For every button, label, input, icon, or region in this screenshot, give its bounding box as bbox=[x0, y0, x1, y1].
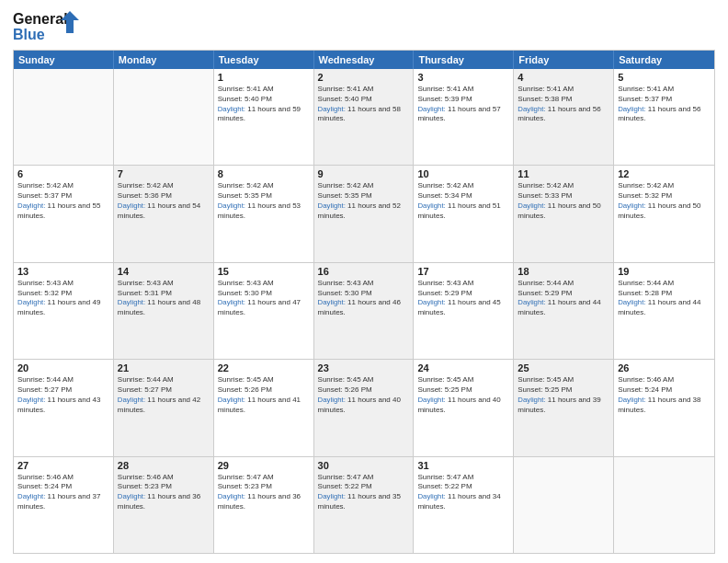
cell-info: Sunrise: 5:43 AMSunset: 5:29 PMDaylight:… bbox=[417, 279, 509, 318]
day-number: 28 bbox=[118, 460, 210, 471]
cell-info: Sunrise: 5:46 AMSunset: 5:24 PMDaylight:… bbox=[17, 473, 109, 512]
day-number: 29 bbox=[218, 460, 310, 471]
calendar-row: 1Sunrise: 5:41 AMSunset: 5:40 PMDaylight… bbox=[14, 69, 714, 165]
logo: GeneralBlue bbox=[13, 9, 86, 44]
weekday-header: Saturday bbox=[614, 51, 714, 69]
cell-info: Sunrise: 5:41 AMSunset: 5:40 PMDaylight:… bbox=[218, 85, 310, 124]
day-number: 8 bbox=[218, 168, 310, 179]
weekday-header: Sunday bbox=[14, 51, 114, 69]
cell-info: Sunrise: 5:45 AMSunset: 5:25 PMDaylight:… bbox=[417, 375, 509, 415]
cell-info: Sunrise: 5:42 AMSunset: 5:32 PMDaylight:… bbox=[618, 181, 711, 221]
logo-svg: GeneralBlue bbox=[13, 9, 86, 44]
day-number: 4 bbox=[518, 72, 609, 83]
cell-info: Sunrise: 5:43 AMSunset: 5:30 PMDaylight:… bbox=[318, 279, 410, 318]
calendar-cell: 22Sunrise: 5:45 AMSunset: 5:26 PMDayligh… bbox=[214, 360, 314, 455]
calendar-cell bbox=[614, 457, 714, 553]
calendar-cell: 21Sunrise: 5:44 AMSunset: 5:27 PMDayligh… bbox=[114, 360, 214, 455]
cell-info: Sunrise: 5:41 AMSunset: 5:38 PMDaylight:… bbox=[518, 85, 609, 124]
calendar: SundayMondayTuesdayWednesdayThursdayFrid… bbox=[13, 50, 715, 554]
svg-text:General: General bbox=[13, 11, 68, 27]
day-number: 10 bbox=[417, 168, 509, 179]
calendar-cell: 12Sunrise: 5:42 AMSunset: 5:32 PMDayligh… bbox=[614, 166, 714, 261]
day-number: 1 bbox=[218, 72, 310, 83]
day-number: 12 bbox=[618, 168, 711, 179]
cell-info: Sunrise: 5:47 AMSunset: 5:23 PMDaylight:… bbox=[218, 473, 310, 512]
cell-info: Sunrise: 5:41 AMSunset: 5:40 PMDaylight:… bbox=[318, 85, 410, 124]
cell-info: Sunrise: 5:44 AMSunset: 5:28 PMDaylight:… bbox=[618, 279, 711, 318]
cell-info: Sunrise: 5:47 AMSunset: 5:22 PMDaylight:… bbox=[417, 473, 509, 512]
calendar-cell: 31Sunrise: 5:47 AMSunset: 5:22 PMDayligh… bbox=[414, 457, 514, 553]
calendar-body: 1Sunrise: 5:41 AMSunset: 5:40 PMDaylight… bbox=[14, 69, 714, 553]
cell-info: Sunrise: 5:46 AMSunset: 5:24 PMDaylight:… bbox=[618, 375, 711, 415]
day-number: 24 bbox=[417, 362, 509, 373]
day-number: 6 bbox=[17, 168, 109, 179]
cell-info: Sunrise: 5:41 AMSunset: 5:37 PMDaylight:… bbox=[618, 85, 711, 124]
weekday-header: Tuesday bbox=[214, 51, 314, 69]
cell-info: Sunrise: 5:42 AMSunset: 5:34 PMDaylight:… bbox=[417, 181, 509, 221]
day-number: 16 bbox=[318, 266, 410, 277]
calendar-cell: 14Sunrise: 5:43 AMSunset: 5:31 PMDayligh… bbox=[114, 263, 214, 359]
weekday-header: Monday bbox=[114, 51, 214, 69]
cell-info: Sunrise: 5:43 AMSunset: 5:32 PMDaylight:… bbox=[17, 279, 109, 318]
calendar-cell: 6Sunrise: 5:42 AMSunset: 5:37 PMDaylight… bbox=[14, 166, 114, 261]
calendar-cell: 4Sunrise: 5:41 AMSunset: 5:38 PMDaylight… bbox=[514, 69, 614, 165]
cell-info: Sunrise: 5:45 AMSunset: 5:25 PMDaylight:… bbox=[518, 375, 609, 415]
calendar-cell: 28Sunrise: 5:46 AMSunset: 5:23 PMDayligh… bbox=[114, 457, 214, 553]
cell-info: Sunrise: 5:44 AMSunset: 5:27 PMDaylight:… bbox=[118, 375, 210, 415]
day-number: 19 bbox=[618, 266, 711, 277]
day-number: 22 bbox=[218, 362, 310, 373]
cell-info: Sunrise: 5:46 AMSunset: 5:23 PMDaylight:… bbox=[118, 473, 210, 512]
day-number: 9 bbox=[318, 168, 410, 179]
calendar-cell: 30Sunrise: 5:47 AMSunset: 5:22 PMDayligh… bbox=[314, 457, 415, 553]
day-number: 18 bbox=[518, 266, 609, 277]
svg-text:Blue: Blue bbox=[13, 27, 45, 42]
calendar-cell: 18Sunrise: 5:44 AMSunset: 5:29 PMDayligh… bbox=[514, 263, 614, 359]
cell-info: Sunrise: 5:43 AMSunset: 5:30 PMDaylight:… bbox=[218, 279, 310, 318]
day-number: 25 bbox=[518, 362, 609, 373]
day-number: 17 bbox=[417, 266, 509, 277]
cell-info: Sunrise: 5:45 AMSunset: 5:26 PMDaylight:… bbox=[318, 375, 410, 415]
weekday-header: Thursday bbox=[414, 51, 514, 69]
cell-info: Sunrise: 5:44 AMSunset: 5:27 PMDaylight:… bbox=[17, 375, 109, 415]
calendar-cell bbox=[514, 457, 614, 553]
calendar-row: 6Sunrise: 5:42 AMSunset: 5:37 PMDaylight… bbox=[14, 165, 714, 261]
calendar-cell: 27Sunrise: 5:46 AMSunset: 5:24 PMDayligh… bbox=[14, 457, 114, 553]
calendar-cell: 11Sunrise: 5:42 AMSunset: 5:33 PMDayligh… bbox=[514, 166, 614, 261]
calendar-page: GeneralBlue SundayMondayTuesdayWednesday… bbox=[0, 0, 728, 563]
calendar-cell: 3Sunrise: 5:41 AMSunset: 5:39 PMDaylight… bbox=[414, 69, 514, 165]
calendar-cell: 10Sunrise: 5:42 AMSunset: 5:34 PMDayligh… bbox=[414, 166, 514, 261]
cell-info: Sunrise: 5:42 AMSunset: 5:35 PMDaylight:… bbox=[218, 181, 310, 221]
header: GeneralBlue bbox=[13, 9, 715, 44]
calendar-cell: 29Sunrise: 5:47 AMSunset: 5:23 PMDayligh… bbox=[214, 457, 314, 553]
calendar-cell: 26Sunrise: 5:46 AMSunset: 5:24 PMDayligh… bbox=[614, 360, 714, 455]
day-number: 26 bbox=[618, 362, 711, 373]
calendar-cell: 9Sunrise: 5:42 AMSunset: 5:35 PMDaylight… bbox=[314, 166, 415, 261]
calendar-row: 20Sunrise: 5:44 AMSunset: 5:27 PMDayligh… bbox=[14, 359, 714, 455]
day-number: 7 bbox=[118, 168, 210, 179]
calendar-cell: 23Sunrise: 5:45 AMSunset: 5:26 PMDayligh… bbox=[314, 360, 415, 455]
cell-info: Sunrise: 5:42 AMSunset: 5:35 PMDaylight:… bbox=[318, 181, 410, 221]
day-number: 30 bbox=[318, 460, 410, 471]
day-number: 3 bbox=[417, 72, 509, 83]
calendar-cell: 7Sunrise: 5:42 AMSunset: 5:36 PMDaylight… bbox=[114, 166, 214, 261]
calendar-cell: 2Sunrise: 5:41 AMSunset: 5:40 PMDaylight… bbox=[314, 69, 415, 165]
weekday-header: Friday bbox=[514, 51, 614, 69]
calendar-header: SundayMondayTuesdayWednesdayThursdayFrid… bbox=[14, 51, 714, 69]
day-number: 2 bbox=[318, 72, 410, 83]
calendar-cell: 24Sunrise: 5:45 AMSunset: 5:25 PMDayligh… bbox=[414, 360, 514, 455]
cell-info: Sunrise: 5:42 AMSunset: 5:36 PMDaylight:… bbox=[118, 181, 210, 221]
cell-info: Sunrise: 5:43 AMSunset: 5:31 PMDaylight:… bbox=[118, 279, 210, 318]
weekday-header: Wednesday bbox=[314, 51, 415, 69]
cell-info: Sunrise: 5:44 AMSunset: 5:29 PMDaylight:… bbox=[518, 279, 609, 318]
day-number: 14 bbox=[118, 266, 210, 277]
day-number: 31 bbox=[417, 460, 509, 471]
cell-info: Sunrise: 5:42 AMSunset: 5:37 PMDaylight:… bbox=[17, 181, 109, 221]
day-number: 21 bbox=[118, 362, 210, 373]
calendar-cell: 8Sunrise: 5:42 AMSunset: 5:35 PMDaylight… bbox=[214, 166, 314, 261]
calendar-cell bbox=[14, 69, 114, 165]
cell-info: Sunrise: 5:41 AMSunset: 5:39 PMDaylight:… bbox=[417, 85, 509, 124]
cell-info: Sunrise: 5:45 AMSunset: 5:26 PMDaylight:… bbox=[218, 375, 310, 415]
day-number: 5 bbox=[618, 72, 711, 83]
calendar-cell: 25Sunrise: 5:45 AMSunset: 5:25 PMDayligh… bbox=[514, 360, 614, 455]
calendar-cell: 5Sunrise: 5:41 AMSunset: 5:37 PMDaylight… bbox=[614, 69, 714, 165]
